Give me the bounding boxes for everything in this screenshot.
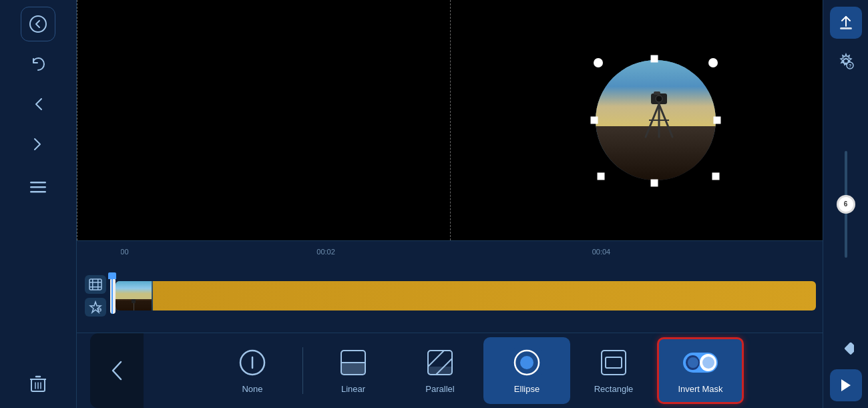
rectangle-icon [598,347,630,379]
ellipse-icon [511,347,543,379]
svg-rect-29 [341,363,365,375]
svg-text:1: 1 [99,308,101,312]
mask-option-rectangle[interactable]: Rectangle [570,337,657,404]
invert-mask-option[interactable]: Invert Mask [657,337,744,404]
play-button[interactable] [830,369,862,401]
handle-tl[interactable] [594,58,603,67]
svg-rect-12 [654,91,660,95]
left-sidebar [0,0,77,408]
svg-point-0 [30,16,46,32]
volume-track[interactable]: 6 [845,151,847,258]
playhead[interactable] [112,272,113,314]
timeline-tracks: 1 [77,260,823,333]
handle-tr[interactable] [708,58,718,67]
handle-br[interactable] [712,173,720,180]
linear-icon [337,347,369,379]
export-button[interactable] [830,7,862,39]
none-icon [236,347,268,379]
mask-option-ellipse[interactable]: Ellipse [483,337,570,404]
track-frames-button[interactable] [85,275,106,294]
handle-mr[interactable] [714,117,721,124]
undo-button[interactable] [21,47,55,81]
invert-mask-label: Invert Mask [678,384,722,394]
toggle-switch-icon [683,353,718,373]
svg-point-13 [656,95,662,102]
volume-value: 6 [844,200,848,208]
svg-rect-45 [844,342,854,355]
guide-line-right [450,0,451,240]
svg-rect-3 [30,191,46,193]
mask-option-none[interactable]: None [209,337,296,404]
handle-bc[interactable] [651,180,658,187]
track-container [112,278,816,314]
divider [302,347,303,394]
parallel-icon [424,347,456,379]
mask-option-linear[interactable]: Linear [310,337,397,404]
right-sidebar: ? 6 [823,0,868,408]
none-label: None [242,384,262,394]
track-effects-button[interactable]: 1 [85,298,106,317]
linear-label: Linear [341,384,365,394]
settings-button[interactable]: ? [830,45,862,77]
invert-mask-icon [684,347,716,379]
rectangle-label: Rectangle [594,384,634,394]
handle-tc[interactable] [651,55,658,63]
clip-thumbnail [116,281,153,311]
svg-rect-18 [89,279,101,290]
svg-rect-41 [840,27,852,29]
delete-button[interactable] [21,367,55,401]
volume-slider-area: 6 [845,84,847,324]
guide-line-left [77,0,78,240]
svg-line-32 [428,351,444,367]
back-circle-button[interactable] [21,7,55,41]
timeline-ruler: 00:00 00:02 00:04 [77,241,823,260]
next-button[interactable] [21,127,55,162]
mask-back-button[interactable] [90,333,144,408]
ellipse-label: Ellipse [514,384,539,394]
svg-text:?: ? [849,63,851,68]
svg-point-37 [520,356,533,369]
svg-rect-39 [606,357,622,368]
timeline-area: 00:00 00:02 00:04 [77,240,823,333]
svg-rect-1 [30,182,46,184]
svg-rect-20 [89,286,101,288]
volume-thumb[interactable]: 6 [837,195,855,214]
toggle-knob [700,354,716,371]
main-content: 00:00 00:02 00:04 [77,0,823,408]
track-icons: 1 [83,275,107,317]
video-canvas[interactable] [77,0,823,240]
menu-button[interactable] [21,170,55,204]
mask-options-group: None Linear [144,337,809,404]
prev-button[interactable] [21,87,55,122]
handle-ml[interactable] [591,117,598,124]
mask-option-parallel[interactable]: Parallel [397,337,483,404]
svg-rect-2 [30,186,46,188]
svg-rect-21 [92,279,93,290]
parallel-label: Parallel [425,384,454,394]
video-preview [77,0,823,240]
svg-marker-46 [841,379,851,391]
svg-rect-34 [428,367,452,375]
video-clip[interactable] [116,281,816,311]
mask-tools-bar: None Linear [77,333,823,408]
svg-rect-19 [89,282,101,283]
ruler-container: 00:00 00:02 00:04 [121,241,809,260]
keyframe-button[interactable] [830,331,862,363]
svg-rect-22 [97,279,99,290]
handle-bl[interactable] [598,173,605,180]
